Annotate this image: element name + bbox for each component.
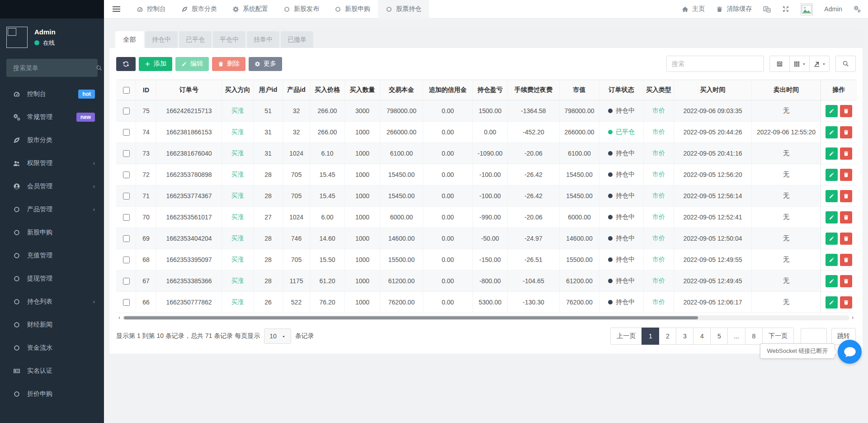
sidebar-search-input[interactable] bbox=[12, 64, 96, 72]
edit-button[interactable]: 编辑 bbox=[175, 57, 209, 71]
clear-cache-button[interactable]: 清除缓存 bbox=[716, 5, 752, 13]
edit-row-button[interactable] bbox=[826, 296, 838, 309]
cell-buy-qty: 1000 bbox=[344, 228, 380, 249]
search-button[interactable] bbox=[835, 56, 856, 72]
page-button[interactable]: 8 bbox=[745, 328, 763, 345]
edit-row-button[interactable] bbox=[826, 105, 838, 117]
delete-row-button[interactable] bbox=[840, 211, 852, 223]
username-label[interactable]: Admin bbox=[824, 5, 842, 13]
row-checkbox[interactable] bbox=[123, 193, 130, 200]
sidebar-menu-item[interactable]: 会员管理‹ bbox=[0, 175, 104, 198]
column-header: ID bbox=[136, 80, 156, 100]
delete-row-button[interactable] bbox=[840, 147, 852, 160]
sidebar-menu-item[interactable]: 财经新闻 bbox=[0, 313, 104, 336]
sidebar-menu-item[interactable]: 股市分类 bbox=[0, 128, 104, 152]
row-checkbox[interactable] bbox=[123, 278, 130, 285]
delete-button[interactable]: 删除 bbox=[212, 57, 245, 71]
delete-row-button[interactable] bbox=[840, 126, 852, 138]
table-search-input[interactable] bbox=[666, 56, 764, 72]
sidebar-menu-item[interactable]: 充值管理 bbox=[0, 244, 104, 267]
row-checkbox[interactable] bbox=[123, 235, 130, 242]
navbar-menu-item[interactable]: 控制台 bbox=[129, 0, 174, 19]
sidebar-menu-item[interactable]: 持仓列表‹ bbox=[0, 290, 104, 313]
edit-row-button[interactable] bbox=[826, 254, 838, 266]
sidebar-menu-item[interactable]: 产品管理‹ bbox=[0, 198, 104, 221]
sidebar-menu-item[interactable]: 权限管理‹ bbox=[0, 152, 104, 175]
row-checkbox[interactable] bbox=[123, 299, 130, 306]
status-tab[interactable]: 持仓中 bbox=[145, 31, 178, 48]
edit-row-button[interactable] bbox=[826, 233, 838, 245]
chat-widget-button[interactable] bbox=[838, 340, 862, 364]
fullscreen-icon[interactable] bbox=[782, 5, 789, 13]
page-size-select[interactable]: 10 bbox=[264, 328, 291, 344]
row-checkbox[interactable] bbox=[123, 171, 130, 178]
edit-row-button[interactable] bbox=[826, 126, 838, 138]
status-tab[interactable]: 已平仓 bbox=[179, 31, 212, 48]
page-button[interactable]: 2 bbox=[659, 328, 676, 345]
edit-row-button[interactable] bbox=[826, 211, 838, 223]
table-row: 661662350777862买涨2652276.20100076200.000… bbox=[116, 292, 857, 313]
status-tab[interactable]: 挂单中 bbox=[247, 31, 279, 48]
home-button[interactable]: 主页 bbox=[682, 5, 705, 13]
detail-view-button[interactable] bbox=[769, 56, 790, 72]
more-button[interactable]: 更多 bbox=[249, 57, 282, 71]
column-header: 订单号 bbox=[156, 80, 222, 100]
scrollbar-track[interactable] bbox=[123, 315, 849, 320]
delete-row-button[interactable] bbox=[840, 105, 852, 117]
delete-row-button[interactable] bbox=[840, 254, 852, 266]
scroll-left-arrow[interactable]: ‹ bbox=[116, 315, 123, 320]
cell-extra-credit: 0.00 bbox=[423, 122, 472, 143]
navbar-menu-item[interactable]: 系统配置 bbox=[225, 0, 276, 19]
user-avatar[interactable] bbox=[801, 3, 813, 15]
row-checkbox[interactable] bbox=[123, 214, 130, 221]
delete-row-button[interactable] bbox=[840, 190, 852, 202]
translate-icon[interactable]: 文A bbox=[763, 5, 771, 13]
sidebar-menu-item[interactable]: 提现管理 bbox=[0, 267, 104, 290]
hamburger-menu-icon[interactable] bbox=[104, 5, 129, 13]
sidebar-menu-item[interactable]: 控制台hot bbox=[0, 82, 104, 105]
sidebar-menu-item[interactable]: 折价申购 bbox=[0, 382, 104, 405]
navbar-menu-item[interactable]: 新股发布 bbox=[276, 0, 327, 19]
page-button[interactable]: 3 bbox=[676, 328, 693, 345]
row-checkbox[interactable] bbox=[123, 108, 130, 114]
jump-page-input[interactable] bbox=[801, 328, 827, 345]
page-button[interactable]: 4 bbox=[693, 328, 711, 345]
export-button[interactable] bbox=[809, 56, 830, 72]
status-tab[interactable]: 全部 bbox=[115, 31, 144, 48]
delete-row-button[interactable] bbox=[840, 233, 852, 245]
status-tab[interactable]: 平仓中 bbox=[213, 31, 245, 48]
scrollbar-thumb[interactable] bbox=[124, 316, 698, 319]
select-all-checkbox[interactable] bbox=[123, 87, 130, 94]
row-checkbox[interactable] bbox=[123, 257, 130, 263]
edit-row-button[interactable] bbox=[826, 169, 838, 181]
status-tab[interactable]: 已撤单 bbox=[281, 31, 313, 48]
add-button[interactable]: 添加 bbox=[139, 57, 172, 71]
row-checkbox[interactable] bbox=[123, 129, 130, 136]
delete-row-button[interactable] bbox=[840, 275, 852, 287]
previous-page-button[interactable]: 上一页 bbox=[610, 328, 642, 345]
columns-button[interactable] bbox=[789, 56, 810, 72]
edit-row-button[interactable] bbox=[826, 190, 838, 202]
refresh-button[interactable] bbox=[116, 57, 136, 71]
circle-icon bbox=[12, 321, 21, 328]
navbar-menu-item[interactable]: 股市分类 bbox=[174, 0, 225, 19]
row-actions-cell bbox=[821, 207, 857, 228]
page-button[interactable]: 1 bbox=[642, 328, 659, 345]
cell-buy-time: 2022-09-05 12:50:04 bbox=[674, 228, 751, 249]
next-page-button[interactable]: 下一页 bbox=[762, 328, 794, 345]
navbar-menu-item[interactable]: 股票持仓 bbox=[378, 0, 429, 19]
scroll-right-arrow[interactable]: › bbox=[849, 315, 856, 320]
page-button[interactable]: 5 bbox=[710, 328, 728, 345]
sidebar-menu-item[interactable]: 实名认证 bbox=[0, 359, 104, 382]
delete-row-button[interactable] bbox=[840, 296, 852, 309]
row-checkbox[interactable] bbox=[123, 150, 130, 157]
edit-row-button[interactable] bbox=[826, 147, 838, 160]
sidebar-menu-item[interactable]: 新股申购 bbox=[0, 221, 104, 244]
page-button[interactable]: ... bbox=[727, 328, 745, 345]
edit-row-button[interactable] bbox=[826, 275, 838, 287]
sidebar-menu-item[interactable]: 资金流水 bbox=[0, 336, 104, 359]
delete-row-button[interactable] bbox=[840, 169, 852, 181]
sidebar-menu-item[interactable]: 常规管理new bbox=[0, 105, 104, 128]
settings-gears-icon[interactable] bbox=[854, 5, 861, 13]
navbar-menu-item[interactable]: 新股申购 bbox=[327, 0, 378, 19]
